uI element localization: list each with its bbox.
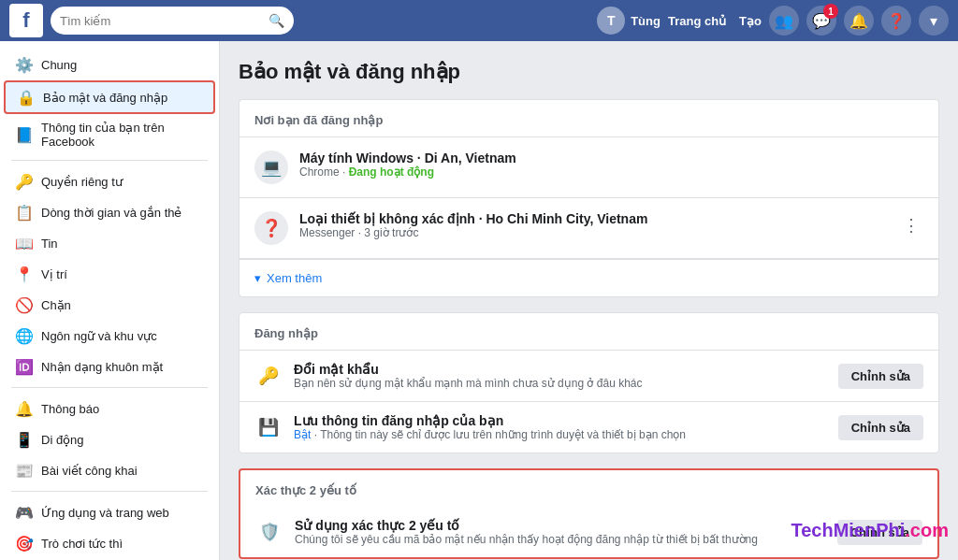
sidebar-item-quyenriengtu[interactable]: 🔑 Quyền riêng tư	[4, 166, 215, 196]
nav-links: Trang chủ Tạo	[668, 14, 762, 28]
language-icon: 🌐	[15, 326, 34, 345]
sidebar-item-vitri[interactable]: 📍 Vị trí	[4, 259, 215, 289]
device-name: Loại thiết bị không xác định · Ho Chi Mi…	[299, 211, 888, 226]
device-name: Máy tính Windows · Di An, Vietnam	[299, 151, 923, 165]
login-section-card: Đăng nhập 🔑 Đổi mật khẩu Bạn nên sử dụng…	[239, 312, 939, 453]
tfa-item: 🛡️ Sử dụng xác thực 2 yếu tố Chúng tôi s…	[240, 507, 937, 557]
login-section-header: Đăng nhập	[240, 313, 938, 351]
see-more-label: Xem thêm	[267, 271, 322, 285]
sidebar-item-label: Thông tin của bạn trên Facebook	[41, 121, 204, 149]
lock-icon: 🔒	[17, 88, 36, 107]
game-icon: 🎯	[15, 534, 34, 553]
divider-2	[11, 387, 208, 388]
divider-3	[11, 491, 208, 492]
status-on: Bật	[294, 428, 311, 441]
messenger-icon-btn[interactable]: 💬 1	[806, 6, 836, 36]
public-post-icon: 📰	[15, 461, 34, 480]
sidebar-item-trochoi[interactable]: 🎯 Trò chơi tức thì	[4, 528, 215, 558]
sidebar-item-label: Tin	[41, 237, 58, 251]
login-info: Lưu thông tin đăng nhập của bạn Bật · Th…	[294, 413, 827, 441]
divider-1	[11, 160, 208, 161]
sidebar-item-ungdung[interactable]: 🎮 Ứng dụng và trang web	[4, 497, 215, 527]
sidebar-item-baiviet[interactable]: 📰 Bài viết công khai	[4, 455, 215, 485]
sidebar-item-label: Di động	[41, 433, 84, 447]
user-profile[interactable]: T Tùng	[597, 7, 660, 35]
tfa-card: Xác thực 2 yếu tố 🛡️ Sử dụng xác thực 2 …	[239, 468, 939, 559]
sidebar-item-label: Chung	[41, 58, 77, 72]
create-link[interactable]: Tạo	[739, 14, 762, 28]
edit-tfa-button[interactable]: Chỉnh sửa	[837, 520, 922, 545]
sidebar-item-nhandang[interactable]: 🆔 Nhận dạng khuôn mặt	[4, 352, 215, 381]
home-link[interactable]: Trang chủ	[668, 14, 726, 28]
device-sub: Chrome · Đang hoạt động	[299, 165, 923, 179]
help-icon-btn[interactable]: ❓	[881, 6, 911, 36]
chevron-down-icon: ▾	[254, 271, 261, 285]
sidebar-item-label: Trò chơi tức thì	[41, 537, 123, 551]
chevron-down-btn[interactable]: ▾	[919, 6, 949, 36]
people-icon: 👥	[775, 12, 793, 30]
sidebar-item-didong[interactable]: 📱 Di động	[4, 424, 215, 454]
login-item-title: Lưu thông tin đăng nhập của bạn	[294, 413, 827, 428]
sidebar-item-label: Ngôn ngữ và khu vực	[41, 329, 157, 343]
sidebar-item-label: Dòng thời gian và gắn thẻ	[41, 206, 181, 220]
sidebar-item-label: Vị trí	[41, 267, 67, 281]
sub-suffix: · Thông tin này sẽ chỉ được lưu trên nhữ…	[314, 428, 686, 441]
change-password-item: 🔑 Đổi mật khẩu Bạn nên sử dụng mật khẩu …	[240, 351, 938, 402]
sidebar-item-dongthoigian[interactable]: 📋 Dòng thời gian và gắn thẻ	[4, 197, 215, 227]
device-icon: 💻	[254, 151, 288, 184]
block-icon: 🚫	[15, 295, 34, 314]
sidebar-item-baomat[interactable]: 🔒 Bảo mật và đăng nhập	[4, 80, 215, 114]
news-icon: 📖	[15, 234, 34, 252]
search-input[interactable]	[60, 14, 265, 28]
sidebar-item-chan[interactable]: 🚫 Chặn	[4, 290, 215, 320]
chevron-down-icon: ▾	[930, 12, 937, 30]
login-item-sub: Bạn nên sử dụng mật khẩu mạnh mà mình ch…	[294, 377, 827, 390]
key-icon: 🔑	[254, 362, 283, 390]
sidebar-item-thongbao[interactable]: 🔔 Thông báo	[4, 394, 215, 424]
search-bar[interactable]: 🔍	[51, 7, 294, 35]
tfa-info: Sử dụng xác thực 2 yếu tố Chúng tôi sẽ y…	[295, 518, 826, 546]
see-more-btn[interactable]: ▾ Xem thêm	[240, 259, 938, 296]
mobile-icon: 📱	[15, 430, 34, 449]
device-info: Loại thiết bị không xác định · Ho Chi Mi…	[299, 211, 888, 239]
sidebar-item-thongtin[interactable]: 📘 Thông tin của bạn trên Facebook	[4, 115, 215, 154]
device-sub: Messenger · 3 giờ trước	[299, 226, 888, 239]
device-icon: ❓	[254, 211, 288, 245]
main-content: Bảo mật và đăng nhập Nơi bạn đã đăng nhậ…	[220, 41, 958, 560]
active-status: Đang hoạt động	[349, 165, 434, 179]
edit-password-button[interactable]: Chỉnh sửa	[838, 364, 923, 389]
login-locations-header: Nơi bạn đã đăng nhập	[240, 100, 938, 137]
login-locations-card: Nơi bạn đã đăng nhập 💻 Máy tính Windows …	[239, 99, 939, 297]
device-item: 💻 Máy tính Windows · Di An, Vietnam Chro…	[240, 137, 938, 198]
bell-icon-btn[interactable]: 🔔	[844, 6, 874, 36]
sidebar-item-label: Bài viết công khai	[41, 464, 138, 478]
help-icon: ❓	[887, 12, 906, 30]
privacy-icon: 🔑	[15, 172, 34, 191]
timeline-icon: 📋	[15, 203, 34, 222]
user-name: Tùng	[631, 14, 660, 28]
page-title: Bảo mật và đăng nhập	[239, 60, 939, 84]
edit-save-login-button[interactable]: Chỉnh sửa	[838, 415, 923, 440]
messenger-badge: 1	[823, 4, 838, 19]
top-nav: f 🔍 T Tùng Trang chủ Tạo 👥 💬 1 🔔 ❓ ▾	[0, 0, 958, 41]
sidebar-item-label: Quyền riêng tư	[41, 175, 123, 189]
login-item-sub: Bật · Thông tin này sẽ chỉ được lưu trên…	[294, 428, 827, 441]
sidebar-item-ngonngu[interactable]: 🌐 Ngôn ngữ và khu vực	[4, 321, 215, 351]
save-login-item: 💾 Lưu thông tin đăng nhập của bạn Bật · …	[240, 402, 938, 452]
sidebar-item-label: Thông báo	[41, 402, 99, 416]
notification-icon: 🔔	[15, 399, 34, 418]
facebook-logo: f	[9, 4, 43, 37]
tfa-item-title: Sử dụng xác thực 2 yếu tố	[295, 518, 826, 533]
login-info: Đổi mật khẩu Bạn nên sử dụng mật khẩu mạ…	[294, 362, 827, 390]
sidebar-item-chung[interactable]: ⚙️ Chung	[4, 50, 215, 79]
gear-icon: ⚙️	[15, 55, 34, 74]
shield-icon: 🛡️	[255, 518, 283, 546]
friends-icon-btn[interactable]: 👥	[769, 6, 799, 36]
sidebar-item-label: Nhận dạng khuôn mặt	[41, 360, 163, 374]
sidebar-item-label: Bảo mật và đăng nhập	[43, 91, 167, 105]
bell-icon: 🔔	[849, 12, 868, 30]
location-icon: 📍	[15, 265, 34, 283]
more-options-icon[interactable]: ⋮	[899, 211, 923, 239]
device-info: Máy tính Windows · Di An, Vietnam Chrome…	[299, 151, 923, 179]
sidebar-item-tin[interactable]: 📖 Tin	[4, 228, 215, 258]
